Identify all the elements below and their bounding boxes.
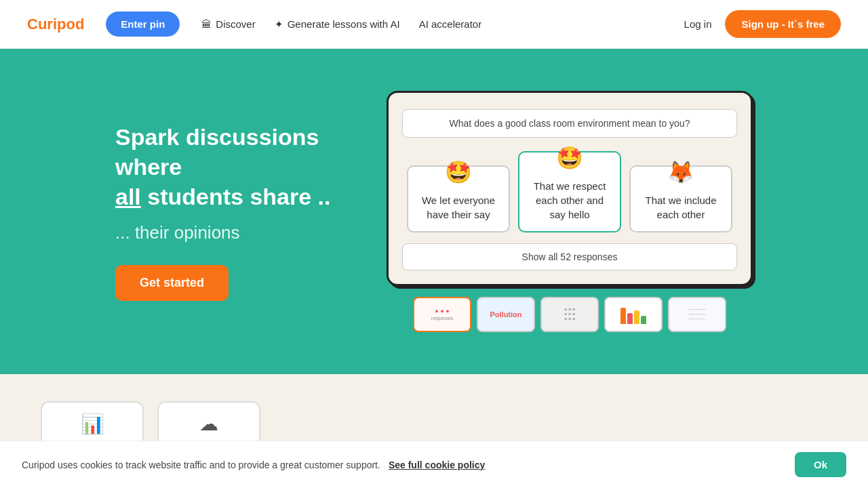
poll-icon: 📊 (81, 413, 104, 435)
accelerator-link[interactable]: AI accelerator (419, 18, 482, 30)
card-2-text: That we respect each other and say hello (534, 180, 606, 220)
slide-main-card: What does a good class room environment … (387, 91, 753, 286)
generate-link[interactable]: ✦ Generate lessons with AI (275, 18, 400, 30)
response-card-2: 🤩 That we respect each other and say hel… (518, 151, 621, 232)
card-3-emoji: 🦊 (639, 157, 723, 188)
nav-right: Log in Sign up - It`s free (684, 10, 841, 38)
nav-links: 🏛 Discover ✦ Generate lessons with AI AI… (201, 18, 662, 30)
hero-title-highlighted: all (115, 184, 141, 209)
cookie-ok-button[interactable]: Ok (795, 452, 846, 477)
show-all-button[interactable]: Show all 52 responses (402, 243, 737, 270)
logo: Curipod (27, 16, 84, 33)
response-card-3: 🦊 That we include each other (629, 165, 732, 232)
thumb-5[interactable]: ─────────────── (668, 297, 726, 332)
hero-title-line1: Spark discussions where (115, 124, 319, 180)
thumb-3[interactable]: ≡ ≡ ≡≡ ≡ ≡≡ ≡ ≡ (540, 297, 599, 332)
discover-link[interactable]: 🏛 Discover (201, 18, 255, 30)
slide-question: What does a good class room environment … (402, 109, 737, 138)
get-started-button[interactable]: Get started (115, 265, 229, 301)
signup-button[interactable]: Sign up - It`s free (725, 10, 841, 38)
wordcloud-icon: ☁ (199, 413, 218, 435)
login-button[interactable]: Log in (684, 18, 712, 30)
cookie-banner: Curipod uses cookies to track website tr… (0, 441, 868, 488)
hero-text: Spark discussions where all students sha… (115, 122, 346, 302)
thumb-1[interactable]: ● ● ● responses (413, 297, 471, 332)
card-1-emoji: 🤩 (416, 157, 500, 188)
thumb-2[interactable]: Pollution (477, 297, 535, 332)
slide-response-cards: 🤩 We let everyone have their say 🤩 That … (402, 151, 737, 232)
hero-subtitle: ... their opinions (115, 222, 346, 243)
hero-title: Spark discussions where all students sha… (115, 122, 346, 212)
slide-thumbnails: ● ● ● responses Pollution ≡ ≡ ≡≡ ≡ ≡≡ ≡ … (413, 297, 726, 332)
cookie-text: Curipod uses cookies to track website tr… (22, 460, 380, 470)
magic-icon: ✦ (275, 18, 283, 30)
discover-icon: 🏛 (201, 18, 212, 30)
card-3-text: That we include each other (645, 195, 716, 220)
thumb-4[interactable] (604, 297, 663, 332)
enter-pin-button[interactable]: Enter pin (106, 12, 180, 37)
response-card-1: 🤩 We let everyone have their say (407, 165, 510, 232)
logo-text: Curipod (27, 16, 84, 33)
navbar: Curipod Enter pin 🏛 Discover ✦ Generate … (0, 0, 868, 49)
hero-section: Spark discussions where all students sha… (0, 49, 868, 374)
hero-title-line2: students share .. (147, 184, 330, 209)
card-2-emoji: 🤩 (528, 143, 612, 174)
cookie-policy-link[interactable]: See full cookie policy (389, 460, 485, 470)
slide-preview: What does a good class room environment … (387, 91, 753, 332)
card-1-text: We let everyone have their say (422, 195, 495, 220)
